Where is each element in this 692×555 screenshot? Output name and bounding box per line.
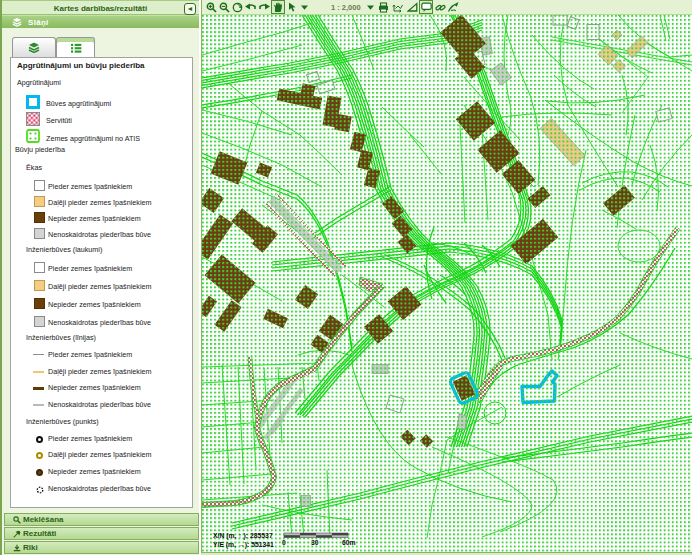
svg-text:Y/E (m, →): 551341: Y/E (m, →): 551341 [213, 541, 274, 549]
svg-text:30: 30 [311, 539, 319, 546]
svg-text:60m: 60m [342, 539, 356, 546]
svg-text:X/N (m, ↑ ): 285537: X/N (m, ↑ ): 285537 [213, 532, 273, 540]
svg-text:0: 0 [282, 539, 286, 546]
